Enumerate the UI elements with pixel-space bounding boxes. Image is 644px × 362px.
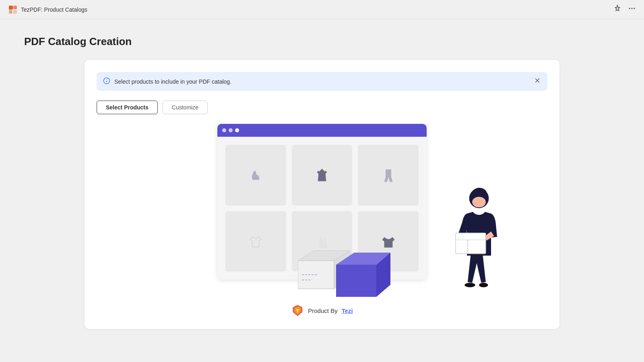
info-banner: Select products to include in your PDF c… bbox=[97, 72, 547, 91]
browser-dot-1 bbox=[222, 128, 226, 132]
browser-dot-2 bbox=[229, 128, 233, 132]
product-footer: T Product By Tezi bbox=[291, 304, 353, 317]
boxes-illustration bbox=[298, 249, 390, 301]
svg-rect-0 bbox=[9, 6, 13, 10]
svg-text:T: T bbox=[296, 309, 299, 313]
close-icon[interactable] bbox=[534, 77, 541, 86]
product-by-text: Product By bbox=[308, 307, 337, 314]
tezi-link[interactable]: Tezi bbox=[342, 307, 353, 314]
svg-point-13 bbox=[472, 197, 486, 207]
svg-point-18 bbox=[479, 283, 488, 287]
top-bar: TezPDF: Product Catalogs bbox=[0, 0, 644, 19]
main-content: PDF Catalog Creation Select products to … bbox=[0, 19, 644, 345]
tezi-logo: T bbox=[291, 304, 304, 317]
svg-rect-15 bbox=[456, 233, 486, 254]
illustration-area: T Product By Tezi bbox=[97, 124, 547, 317]
tabs: Select Products Customize bbox=[97, 101, 547, 114]
svg-point-17 bbox=[464, 283, 475, 287]
svg-rect-1 bbox=[13, 6, 17, 9]
svg-point-14 bbox=[473, 202, 476, 205]
app-title: TezPDF: Product Catalogs bbox=[21, 6, 87, 13]
top-bar-left: TezPDF: Product Catalogs bbox=[8, 5, 87, 14]
svg-point-6 bbox=[634, 8, 635, 9]
svg-rect-2 bbox=[9, 10, 12, 14]
info-icon bbox=[103, 77, 110, 86]
person-illustration bbox=[443, 180, 515, 301]
info-banner-text: Select products to include in your PDF c… bbox=[114, 78, 231, 85]
svg-point-5 bbox=[631, 8, 632, 9]
tab-customize[interactable]: Customize bbox=[163, 101, 208, 114]
page-title: PDF Catalog Creation bbox=[24, 35, 620, 48]
info-banner-left: Select products to include in your PDF c… bbox=[103, 77, 231, 86]
app-icon bbox=[8, 5, 18, 14]
product-tile-3 bbox=[358, 145, 419, 206]
browser-bar bbox=[217, 124, 427, 137]
svg-rect-24 bbox=[336, 265, 376, 297]
product-tile-2 bbox=[292, 145, 353, 206]
svg-rect-3 bbox=[13, 10, 17, 14]
tab-select-products[interactable]: Select Products bbox=[97, 101, 158, 114]
top-bar-right bbox=[613, 4, 636, 14]
product-tile-4 bbox=[225, 211, 286, 272]
svg-point-4 bbox=[629, 8, 630, 9]
browser-dot-3 bbox=[235, 128, 239, 132]
pin-icon[interactable] bbox=[613, 4, 621, 14]
card: Select products to include in your PDF c… bbox=[85, 60, 559, 329]
more-icon[interactable] bbox=[628, 4, 636, 14]
product-tile-1 bbox=[225, 145, 286, 206]
